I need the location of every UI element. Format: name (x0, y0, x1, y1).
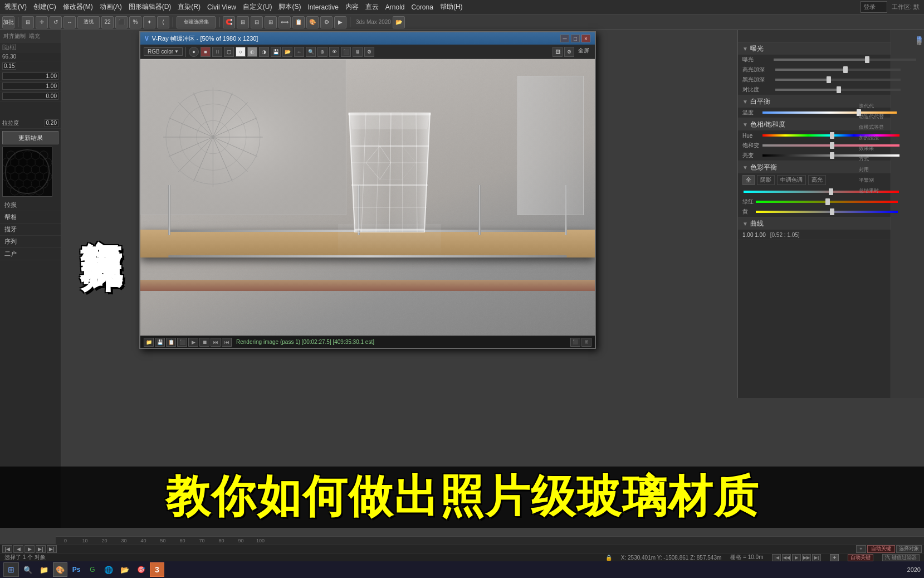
playback-prev-frame[interactable]: ◀ (13, 545, 23, 553)
render-btn-monitor[interactable]: 🖥 (353, 47, 363, 57)
taskbar-explorer[interactable]: 📂 (118, 562, 132, 577)
toolbar-btn-22[interactable]: 22 (101, 16, 114, 28)
render-btn-move[interactable]: ↔ (294, 47, 304, 57)
sidebar-item-miaoya[interactable]: 描牙 (0, 224, 61, 236)
render-btn-dark[interactable]: ◑ (259, 47, 269, 57)
left-value-1b[interactable]: 1.00 (0, 81, 61, 91)
cb-tab-shadow[interactable]: 阴影 (757, 175, 775, 185)
auto-key-toggle[interactable]: 自动关键 (867, 545, 895, 553)
render-btn-settings[interactable]: ⚙ (364, 47, 374, 57)
sidebar-item-lasun[interactable]: 拉损 (0, 199, 61, 211)
render-btn-gray[interactable]: ◐ (247, 47, 257, 57)
toolbar-btn-snap2[interactable]: ⊟ (251, 16, 263, 28)
cb-tab-highlight[interactable]: 高光 (808, 175, 826, 185)
menu-item-customize[interactable]: 自定义(U) (243, 2, 272, 12)
playback-play[interactable]: ▶ (25, 545, 35, 553)
statusbar-btn-6[interactable]: ⏹ (199, 338, 209, 347)
render-btn-right-1[interactable]: 🖼 (553, 47, 563, 57)
sidebar-item-xulie[interactable]: 序列 (0, 236, 61, 248)
menu-item-script[interactable]: 脚本(S) (278, 2, 301, 12)
toolbar-add[interactable]: 加批 (2, 16, 14, 28)
left-value-1a[interactable]: 1.00 (0, 71, 61, 81)
toolbar-viewport[interactable]: 透视 (77, 16, 100, 28)
toolbar-btn-render[interactable]: ▶ (334, 16, 346, 28)
statusbar-btn-7[interactable]: ⏭ (211, 338, 221, 347)
statusbar-btn-4[interactable]: ⬛ (177, 338, 187, 347)
toolbar-scale[interactable]: ↔ (63, 16, 76, 28)
menu-item-modifier[interactable]: 修改器(M) (63, 2, 93, 12)
toolbar-select[interactable]: ⊞ (22, 16, 34, 28)
autokey-btn-2[interactable]: 自动关键 (848, 554, 873, 561)
statusbar-btn-right-1[interactable]: ⬛ (570, 338, 580, 347)
taskbar-file-manager[interactable]: 📁 (37, 562, 51, 577)
anim-end-btn[interactable]: ▶| (812, 554, 821, 561)
menu-item-create[interactable]: 创建(C) (33, 2, 56, 12)
sidebar-item-bangxiang[interactable]: 帮相 (0, 211, 61, 224)
add-key-btn[interactable]: + (830, 554, 839, 561)
toolbar-btn-file-nav[interactable]: 📂 (393, 16, 405, 28)
taskbar-search[interactable]: 🔍 (21, 562, 35, 577)
toolbar-btn-x[interactable]: ✦ (143, 16, 155, 28)
toolbar-rotate[interactable]: ↺ (50, 16, 62, 28)
set-key-filter-btn[interactable]: 汽 键值过滤器 (882, 554, 920, 561)
menu-item-help[interactable]: 帮助(H) (440, 2, 463, 12)
anim-prev-btn[interactable]: ◀◀ (782, 554, 791, 561)
select-keys-btn[interactable]: 选择对象 (896, 545, 922, 553)
toolbar-create-sel[interactable]: 创建选择集 (177, 16, 216, 28)
cb-tab-all[interactable]: 全 (742, 175, 755, 185)
left-value-015[interactable]: 0.15 (0, 61, 61, 71)
toolbar-btn-grid[interactable]: ⊞ (237, 16, 249, 28)
win-close[interactable]: × (581, 35, 590, 42)
color-mode-dropdown[interactable]: RGB color▼ (144, 47, 183, 56)
render-btn-eye[interactable]: 👁 (329, 47, 339, 57)
anim-start-btn[interactable]: |◀ (772, 554, 781, 561)
taskbar-google[interactable]: G (85, 562, 100, 577)
toolbar-percent[interactable]: % (129, 16, 141, 28)
render-btn-crosshair[interactable]: ⊕ (317, 47, 327, 57)
win-minimize[interactable]: ─ (560, 35, 569, 42)
menu-item-content[interactable]: 内容 (345, 2, 359, 12)
anim-next-btn[interactable]: ▶▶ (802, 554, 811, 561)
menu-item-graph-editor[interactable]: 图形编辑器(D) (129, 2, 172, 12)
taskbar-target[interactable]: 🎯 (134, 562, 148, 577)
toolbar-btn-magnet[interactable]: 🧲 (223, 16, 235, 28)
menu-item-render[interactable]: 直染(R) (178, 2, 201, 12)
statusbar-btn-5[interactable]: ▶ (188, 338, 198, 347)
statusbar-btn-2[interactable]: 💾 (155, 338, 165, 347)
render-btn-stop[interactable]: ■ (201, 47, 211, 57)
render-btn-right-2[interactable]: ⚙ (564, 47, 574, 57)
update-result-btn[interactable]: 更新结果 (2, 131, 58, 144)
menu-item-arnold[interactable]: Arnold (385, 3, 405, 11)
taskbar-3[interactable]: 3 (150, 562, 164, 577)
toolbar-move[interactable]: ✛ (36, 16, 48, 28)
playback-start[interactable]: |◀ (2, 545, 12, 553)
menu-item-corona[interactable]: Corona (412, 3, 433, 11)
render-btn-zoom[interactable]: 🔍 (306, 47, 316, 57)
timeline-bar[interactable]: |◀ ◀ ▶ ▶| ▶| + 自动关键 选择对象 (0, 544, 924, 553)
taskbar-ie[interactable]: 🌐 (101, 562, 116, 577)
statusbar-btn-right-2[interactable]: ⊞ (581, 338, 591, 347)
render-btn-pause[interactable]: ⏸ (212, 47, 222, 57)
toolbar-btn-render-setup[interactable]: ⚙ (320, 16, 333, 28)
menu-item-interactive[interactable]: Interactive (307, 3, 338, 11)
left-value-66[interactable]: 66.30 (0, 52, 61, 61)
cb-tab-midtone[interactable]: 中调色调 (777, 175, 806, 185)
render-btn-circle[interactable]: ● (189, 47, 199, 57)
toolbar-btn-snap[interactable]: ⬛ (115, 16, 128, 28)
toolbar-spinner[interactable]: ⟨ (157, 16, 169, 28)
toolbar-btn-layer[interactable]: 📋 (292, 16, 305, 28)
toolbar-btn-align[interactable]: ⟺ (278, 16, 291, 28)
playback-end[interactable]: ▶| (47, 545, 57, 553)
taskbar-start[interactable]: ⊞ (3, 562, 19, 577)
taskbar-ps[interactable]: Ps (69, 562, 84, 577)
statusbar-btn-1[interactable]: 📁 (144, 338, 154, 347)
menu-item-animation[interactable]: 动画(A) (100, 2, 122, 12)
search-box[interactable]: 登录 (861, 1, 887, 13)
render-btn-save[interactable]: 💾 (271, 47, 281, 57)
anim-play-btn[interactable]: ▶ (792, 554, 801, 561)
taskbar-3dsmax[interactable]: 🎨 (53, 562, 67, 577)
menu-item-cloud[interactable]: 直云 (365, 2, 379, 12)
render-btn-folder[interactable]: 📂 (282, 47, 292, 57)
playback-add-keys[interactable]: + (856, 545, 866, 553)
statusbar-btn-8[interactable]: ⏮ (222, 338, 232, 347)
